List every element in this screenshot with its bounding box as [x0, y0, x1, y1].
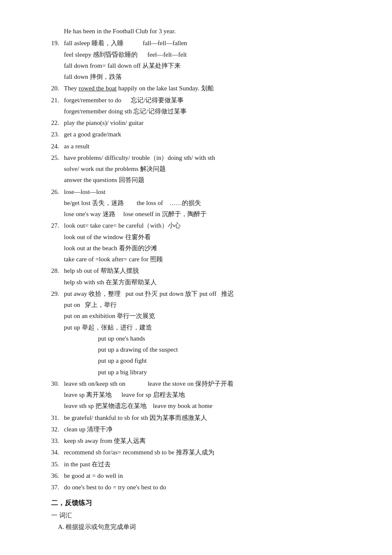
item-27: 27. look out= take care= be careful（with… — [51, 220, 358, 265]
item-27-num: 27. — [51, 220, 64, 265]
item-22-content: play the piano(s)/ violin/ guitar — [64, 117, 358, 128]
item-21: 21. forget/remember to do 忘记/记得要做某事 forg… — [51, 95, 358, 117]
item-34: 34. recommend sb for/as= recommend sb to… — [51, 447, 358, 458]
item-24: 24. as a result — [51, 141, 358, 152]
item-31: 31. be grateful/ thankful to sb for sth … — [51, 412, 358, 423]
item-26-content: lose—lost—lost be/get lost 丢失，迷路 the los… — [64, 186, 358, 220]
item-33: 33. keep sb away from 使某人远离 — [51, 435, 358, 446]
item-20-content: They rowed the boat happily on the lake … — [64, 83, 358, 94]
item-19: 19. fall asleep 睡着，入睡 fall—fell—fallen f… — [51, 38, 358, 82]
item-34-content: recommend sb for/as= recommend sb to be … — [64, 447, 358, 458]
item-36-content: be good at = do well in — [64, 470, 358, 481]
item-29-num: 29. — [51, 288, 64, 378]
item-36: 36. be good at = do well in — [51, 470, 358, 481]
item-31-content: be grateful/ thankful to sb for sth 因为某事… — [64, 412, 358, 423]
item-28: 28. help sb out of 帮助某人摆脱 help sb with s… — [51, 265, 358, 288]
item-26-num: 26. — [51, 186, 64, 220]
item-27-content: look out= take care= be careful（with）小心 … — [64, 220, 358, 265]
item-26: 26. lose—lost—lost be/get lost 丢失，迷路 the… — [51, 186, 358, 220]
item-35: 35. in the past 在过去 — [51, 459, 358, 470]
item-23: 23. get a good grade/mark — [51, 129, 358, 140]
intro-line: He has been in the Football Club for 3 y… — [64, 26, 358, 37]
item-25: 25. have problems/ difficulty/ trouble（i… — [51, 152, 358, 186]
item-25-content: have problems/ difficulty/ trouble（in）do… — [64, 152, 358, 186]
item-36-num: 36. — [51, 470, 64, 481]
item-35-content: in the past 在过去 — [64, 459, 358, 470]
item-25-num: 25. — [51, 152, 64, 186]
item-21-num: 21. — [51, 95, 64, 117]
item-37: 37. do one's best to do = try one's best… — [51, 482, 358, 493]
item-33-content: keep sb away from 使某人远离 — [64, 435, 358, 446]
item-24-num: 24. — [51, 141, 64, 152]
item-28-content: help sb out of 帮助某人摆脱 help sb with sth 在… — [64, 265, 358, 288]
item-37-num: 37. — [51, 482, 64, 493]
item-30: 30. leave sth on/keep sth on leave the s… — [51, 378, 358, 412]
item-32: 32. clean up 清理干净 — [51, 424, 358, 435]
main-content: He has been in the Football Club for 3 y… — [51, 26, 358, 532]
item-32-content: clean up 清理干净 — [64, 424, 358, 435]
item-20-num: 20. — [51, 83, 64, 94]
item-35-num: 35. — [51, 459, 64, 470]
item-34-num: 34. — [51, 447, 64, 458]
item-29-content: put away 收拾，整理 put out 扑灭 put down 放下 pu… — [64, 288, 358, 378]
item-29: 29. put away 收拾，整理 put out 扑灭 put down 放… — [51, 288, 358, 378]
item-23-content: get a good grade/mark — [64, 129, 358, 140]
item-24-content: as a result — [64, 141, 358, 152]
item-23-num: 23. — [51, 129, 64, 140]
section2-sub1: 一 词汇 — [51, 510, 358, 521]
item-33-num: 33. — [51, 435, 64, 446]
item-31-num: 31. — [51, 412, 64, 423]
item-20: 20. They rowed the boat happily on the l… — [51, 83, 358, 94]
item-28-num: 28. — [51, 265, 64, 288]
item-30-content: leave sth on/keep sth on leave the stove… — [64, 378, 358, 412]
item-32-num: 32. — [51, 424, 64, 435]
section2-subA: A. 根据提示或句意完成单词 — [58, 521, 358, 532]
item-19-num: 19. — [51, 38, 64, 82]
item-37-content: do one's best to do = try one's best to … — [64, 482, 358, 493]
item-22: 22. play the piano(s)/ violin/ guitar — [51, 117, 358, 128]
section2-heading: 二，反馈练习 — [51, 497, 358, 509]
item-20-underline: rowed the boat — [79, 85, 117, 92]
item-22-num: 22. — [51, 117, 64, 128]
item-19-content: fall asleep 睡着，入睡 fall—fell—fallen feel … — [64, 38, 358, 82]
item-30-num: 30. — [51, 378, 64, 412]
item-21-content: forget/remember to do 忘记/记得要做某事 forget/r… — [64, 95, 358, 117]
